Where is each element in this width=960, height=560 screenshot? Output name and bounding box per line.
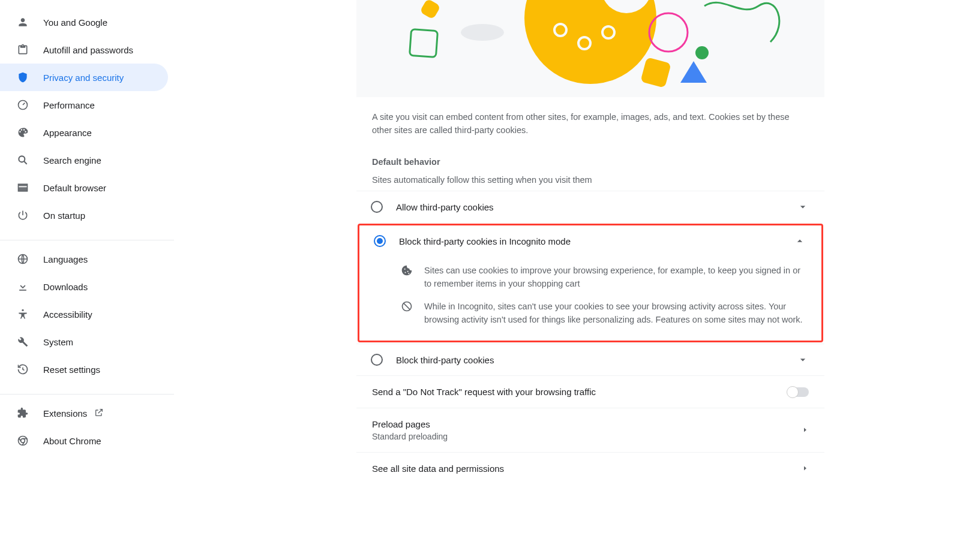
external-link-icon	[94, 408, 104, 419]
sidebar-item-default-browser[interactable]: Default browser	[0, 174, 168, 201]
sidebar-item-label: Accessibility	[43, 309, 92, 320]
sidebar-item-search-engine[interactable]: Search engine	[0, 146, 168, 174]
person-icon	[17, 16, 29, 28]
sidebar-item-about-chrome[interactable]: About Chrome	[0, 427, 168, 454]
hero-illustration	[356, 0, 824, 97]
sidebar-item-privacy-security[interactable]: Privacy and security	[0, 64, 168, 91]
sidebar-item-label: On startup	[43, 210, 85, 221]
setting-do-not-track[interactable]: Send a "Do Not Track" request with your …	[356, 375, 824, 408]
sidebar-item-downloads[interactable]: Downloads	[0, 273, 168, 300]
toggle-off[interactable]	[787, 387, 809, 397]
sidebar-item-label: Languages	[43, 254, 88, 264]
wrench-icon	[17, 336, 29, 348]
sidebar-item-label: Extensions	[43, 408, 87, 419]
browser-icon	[17, 182, 29, 194]
nav-group-footer: Extensions About Chrome	[0, 399, 180, 460]
sidebar-item-you-and-google[interactable]: You and Google	[0, 8, 168, 36]
highlighted-option-box: Block third-party cookies in Incognito m…	[358, 224, 823, 342]
arrow-right-icon	[802, 463, 809, 474]
sidebar-item-label: Search engine	[43, 155, 101, 165]
speedometer-icon	[17, 99, 29, 111]
globe-icon	[17, 253, 29, 265]
accessibility-icon	[17, 308, 29, 320]
sidebar-item-label: Privacy and security	[43, 73, 124, 83]
sidebar-item-label: You and Google	[43, 17, 107, 28]
svg-point-16	[695, 46, 709, 59]
svg-point-7	[461, 24, 504, 41]
chevron-up-icon[interactable]	[794, 235, 806, 247]
sidebar-item-label: Appearance	[43, 128, 92, 138]
arrow-right-icon	[802, 425, 809, 435]
sidebar-item-autofill[interactable]: Autofill and passwords	[0, 36, 168, 64]
cookie-icon	[400, 264, 413, 277]
radio-unchecked-icon	[371, 354, 383, 366]
sidebar-item-label: Performance	[43, 100, 95, 110]
svg-rect-17	[640, 57, 671, 88]
sidebar-item-label: Reset settings	[43, 365, 100, 375]
divider	[0, 394, 174, 395]
history-icon	[17, 363, 29, 375]
radio-checked-icon	[374, 235, 386, 247]
search-icon	[17, 154, 29, 166]
intro-description: A site you visit can embed content from …	[356, 97, 824, 137]
clipboard-icon	[17, 44, 29, 56]
divider	[0, 240, 174, 240]
svg-point-15	[649, 13, 688, 52]
sidebar-item-on-startup[interactable]: On startup	[0, 201, 168, 229]
option-details: Sites can use cookies to improve your br…	[359, 257, 821, 341]
option-block-incognito[interactable]: Block third-party cookies in Incognito m…	[359, 225, 821, 257]
settings-sidebar: You and Google Autofill and passwords Pr…	[0, 0, 180, 460]
default-behavior-heading: Default behavior	[356, 137, 824, 167]
chrome-icon	[17, 435, 29, 447]
block-icon	[400, 300, 413, 313]
power-icon	[17, 209, 29, 221]
option-label: Allow third-party cookies	[396, 202, 797, 212]
setting-sublabel: Standard preloading	[372, 432, 802, 441]
sidebar-item-accessibility[interactable]: Accessibility	[0, 300, 168, 328]
chevron-down-icon[interactable]	[797, 201, 809, 213]
sidebar-item-label: System	[43, 337, 73, 347]
nav-group-basics: You and Google Autofill and passwords Pr…	[0, 8, 180, 235]
option-block-all[interactable]: Block third-party cookies	[356, 344, 824, 375]
sidebar-item-performance[interactable]: Performance	[0, 91, 168, 119]
default-behavior-subtext: Sites automatically follow this setting …	[356, 167, 824, 191]
sidebar-item-label: About Chrome	[43, 436, 101, 446]
cookies-settings-panel: A site you visit can embed content from …	[356, 0, 824, 484]
shield-icon	[17, 71, 29, 83]
detail-text: While in Incognito, sites can't use your…	[424, 300, 806, 326]
sidebar-item-languages[interactable]: Languages	[0, 245, 168, 273]
svg-point-4	[22, 309, 23, 311]
option-label: Block third-party cookies in Incognito m…	[399, 236, 794, 246]
palette-icon	[17, 127, 29, 139]
option-label: Block third-party cookies	[396, 355, 797, 365]
nav-group-advanced: Languages Downloads Accessibility System…	[0, 245, 180, 389]
setting-site-data[interactable]: See all site data and permissions	[356, 452, 824, 484]
svg-rect-9	[410, 29, 438, 58]
sidebar-item-reset-settings[interactable]: Reset settings	[0, 356, 168, 383]
sidebar-item-appearance[interactable]: Appearance	[0, 119, 168, 146]
svg-rect-8	[419, 0, 441, 20]
sidebar-item-extensions[interactable]: Extensions	[0, 399, 168, 427]
chevron-down-icon[interactable]	[797, 354, 809, 366]
setting-label: Preload pages	[372, 419, 802, 429]
svg-point-1	[19, 156, 25, 162]
setting-label: See all site data and permissions	[372, 463, 802, 474]
download-icon	[17, 281, 29, 293]
sidebar-item-label: Default browser	[43, 183, 106, 193]
radio-unchecked-icon	[371, 201, 383, 213]
detail-text: Sites can use cookies to improve your br…	[424, 264, 806, 290]
sidebar-item-label: Autofill and passwords	[43, 45, 133, 55]
detail-row: Sites can use cookies to improve your br…	[400, 259, 806, 295]
detail-row: While in Incognito, sites can't use your…	[400, 295, 806, 331]
sidebar-item-system[interactable]: System	[0, 328, 168, 356]
setting-preload-pages[interactable]: Preload pages Standard preloading	[356, 408, 824, 452]
sidebar-item-label: Downloads	[43, 282, 88, 292]
option-allow-third-party[interactable]: Allow third-party cookies	[356, 191, 824, 222]
setting-label: Send a "Do Not Track" request with your …	[372, 387, 787, 397]
puzzle-icon	[17, 407, 29, 419]
